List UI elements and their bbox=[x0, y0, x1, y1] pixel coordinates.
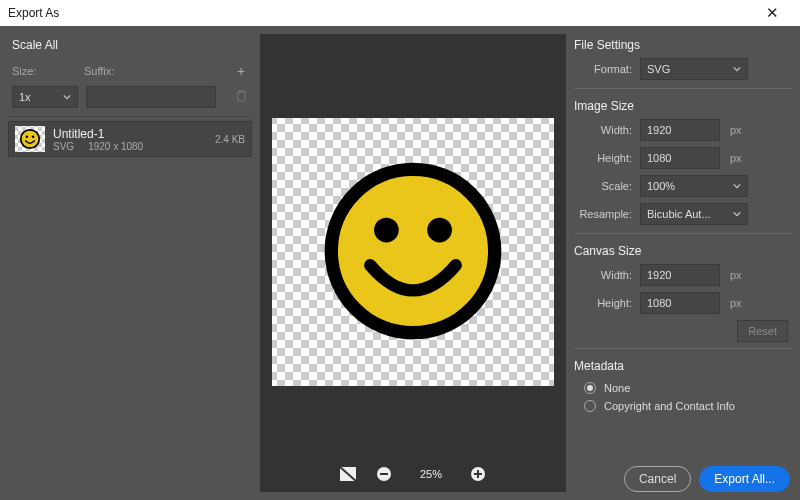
dialog-footer: Cancel Export All... bbox=[574, 460, 792, 492]
scale-value: 100% bbox=[647, 180, 675, 192]
image-height-input[interactable]: 1080 bbox=[640, 147, 720, 169]
file-name: Untitled-1 bbox=[53, 127, 207, 141]
window-title: Export As bbox=[8, 6, 752, 20]
file-list: Untitled-1 SVG 1920 x 1080 2.4 KB bbox=[8, 121, 252, 157]
resample-select[interactable]: Bicubic Aut... bbox=[640, 203, 748, 225]
metadata-copyright-radio[interactable]: Copyright and Contact Info bbox=[574, 397, 792, 415]
radio-icon bbox=[584, 400, 596, 412]
zoom-in-icon[interactable] bbox=[469, 465, 487, 483]
chevron-down-icon bbox=[733, 65, 741, 73]
svg-point-3 bbox=[331, 169, 494, 332]
two-up-icon[interactable] bbox=[339, 465, 357, 483]
svg-rect-8 bbox=[380, 473, 388, 475]
delete-scale-icon[interactable] bbox=[234, 90, 248, 105]
width-label: Width: bbox=[574, 124, 640, 136]
file-settings-title: File Settings bbox=[574, 34, 792, 58]
cancel-button[interactable]: Cancel bbox=[624, 466, 691, 492]
file-item[interactable]: Untitled-1 SVG 1920 x 1080 2.4 KB bbox=[8, 121, 252, 157]
divider bbox=[574, 88, 792, 89]
canvas-width-label: Width: bbox=[574, 269, 640, 281]
metadata-copyright-label: Copyright and Contact Info bbox=[604, 400, 735, 412]
resample-label: Resample: bbox=[574, 208, 640, 220]
format-select[interactable]: SVG bbox=[640, 58, 748, 80]
svg-point-0 bbox=[21, 130, 39, 148]
canvas-size-title: Canvas Size bbox=[574, 240, 792, 264]
canvas-top-pad bbox=[272, 48, 554, 118]
metadata-title: Metadata bbox=[574, 355, 792, 379]
titlebar: Export As ✕ bbox=[0, 0, 800, 26]
reset-button[interactable]: Reset bbox=[737, 320, 788, 342]
size-select[interactable]: 1x bbox=[12, 86, 78, 108]
add-scale-icon[interactable]: + bbox=[234, 63, 248, 79]
svg-rect-11 bbox=[477, 470, 479, 478]
divider bbox=[8, 116, 252, 117]
suffix-label: Suffix: bbox=[84, 65, 234, 77]
scale-inputs-row: 1x bbox=[8, 82, 252, 116]
preview-image bbox=[318, 156, 508, 349]
file-size: 2.4 KB bbox=[215, 134, 245, 145]
svg-point-2 bbox=[32, 135, 35, 138]
size-value: 1x bbox=[19, 91, 31, 103]
canvas-width-input[interactable]: 1920 bbox=[640, 264, 720, 286]
file-dimensions: 1920 x 1080 bbox=[88, 141, 143, 152]
export-all-button[interactable]: Export All... bbox=[699, 466, 790, 492]
file-meta: Untitled-1 SVG 1920 x 1080 bbox=[53, 127, 207, 152]
dialog-body: Scale All Size: Suffix: + 1x bbox=[0, 26, 800, 500]
canvas-height-label: Height: bbox=[574, 297, 640, 309]
metadata-none-radio[interactable]: None bbox=[574, 379, 792, 397]
zoom-out-icon[interactable] bbox=[375, 465, 393, 483]
canvas-checker bbox=[272, 118, 554, 386]
chevron-down-icon bbox=[63, 93, 71, 101]
svg-point-1 bbox=[26, 135, 29, 138]
scale-labels-row: Size: Suffix: + bbox=[8, 60, 252, 82]
unit-px: px bbox=[730, 297, 742, 309]
svg-point-4 bbox=[374, 217, 399, 242]
close-icon[interactable]: ✕ bbox=[752, 4, 792, 22]
unit-px: px bbox=[730, 152, 742, 164]
image-width-input[interactable]: 1920 bbox=[640, 119, 720, 141]
unit-px: px bbox=[730, 269, 742, 281]
size-label: Size: bbox=[12, 65, 84, 77]
suffix-input[interactable] bbox=[86, 86, 216, 108]
chevron-down-icon bbox=[733, 210, 741, 218]
zoom-toolbar: 25% bbox=[260, 456, 566, 492]
file-thumbnail bbox=[15, 126, 45, 152]
scale-select[interactable]: 100% bbox=[640, 175, 748, 197]
image-size-title: Image Size bbox=[574, 95, 792, 119]
scale-label: Scale: bbox=[574, 180, 640, 192]
radio-icon bbox=[584, 382, 596, 394]
left-panel: Scale All Size: Suffix: + 1x bbox=[8, 34, 252, 492]
scale-all-title: Scale All bbox=[8, 34, 252, 60]
divider bbox=[574, 348, 792, 349]
right-panel: File Settings Format: SVG Image Size Wid… bbox=[574, 34, 792, 492]
format-label: Format: bbox=[574, 63, 640, 75]
chevron-down-icon bbox=[733, 182, 741, 190]
divider bbox=[574, 233, 792, 234]
zoom-level[interactable]: 25% bbox=[411, 468, 451, 480]
file-format: SVG bbox=[53, 141, 74, 152]
unit-px: px bbox=[730, 124, 742, 136]
canvas-area bbox=[272, 48, 554, 456]
resample-value: Bicubic Aut... bbox=[647, 208, 711, 220]
canvas-bottom-pad bbox=[272, 386, 554, 456]
preview-panel: 25% bbox=[260, 34, 566, 492]
metadata-none-label: None bbox=[604, 382, 630, 394]
svg-point-5 bbox=[427, 217, 452, 242]
format-value: SVG bbox=[647, 63, 670, 75]
canvas-height-input[interactable]: 1080 bbox=[640, 292, 720, 314]
height-label: Height: bbox=[574, 152, 640, 164]
